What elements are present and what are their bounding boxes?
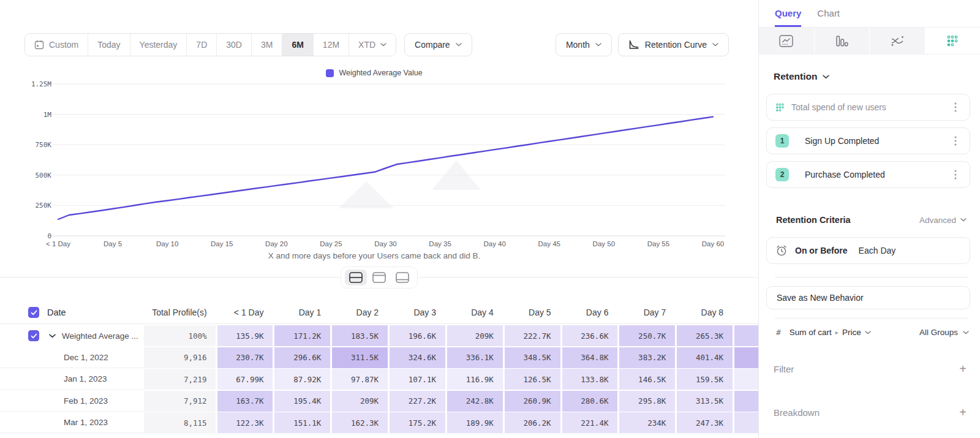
advanced-label: Advanced: [919, 216, 956, 225]
checkbox-checked[interactable]: [28, 307, 39, 318]
svg-text:Day 25: Day 25: [320, 240, 342, 247]
range-7d[interactable]: 7D: [186, 34, 216, 56]
toolbar: CustomTodayYesterday7D30D3M6M12MXTD Comp…: [24, 33, 729, 56]
retention-value-cell: 135.9K: [217, 325, 273, 346]
range-12m[interactable]: 12M: [313, 34, 349, 56]
range-today[interactable]: Today: [88, 34, 129, 56]
retention-value-cell: 401.4K: [677, 347, 733, 368]
range-3m[interactable]: 3M: [251, 34, 282, 56]
divider: [775, 277, 968, 278]
event-card-purchase[interactable]: 2 Purchase Completed: [766, 161, 970, 188]
retention-value-cell: 189.9K: [447, 412, 503, 433]
retention-value-cell: 221.4K: [562, 412, 618, 433]
svg-text:Day 55: Day 55: [647, 240, 669, 247]
retention-value-cell: 183.5K: [332, 325, 388, 346]
chart-only-view-button[interactable]: [368, 270, 390, 285]
retention-value-cell: 209K: [332, 391, 388, 412]
kebab-menu-icon: [954, 170, 957, 179]
add-filter-button[interactable]: +: [959, 363, 967, 375]
svg-text:Day 20: Day 20: [265, 240, 287, 247]
retention-value-cell: 146.5K: [619, 369, 675, 390]
sidebar-tabs: Query Chart: [759, 0, 980, 28]
range-xtd[interactable]: XTD: [349, 34, 396, 56]
retention-value-cell: 348.5K: [505, 347, 560, 368]
overflow-cell: [734, 347, 758, 368]
day-column-header: Day 4: [447, 301, 503, 323]
retention-value-cell: 313.5K: [677, 391, 733, 412]
event-menu-button[interactable]: [949, 134, 962, 148]
behavior-card[interactable]: Total spend of new users: [766, 94, 970, 121]
checkbox-checked[interactable]: [28, 330, 39, 341]
retention-value-cell: 97.87K: [332, 369, 388, 390]
expand-row-chevron[interactable]: [49, 334, 56, 338]
split-view-button[interactable]: [345, 270, 367, 285]
chevron-down-icon: [865, 331, 871, 334]
kebab-menu-icon: [954, 136, 957, 146]
chart-legend[interactable]: Weighted Average Value: [22, 69, 726, 77]
compare-button[interactable]: Compare: [404, 33, 472, 56]
day-column-header: < 1 Day: [217, 301, 273, 323]
retention-value-cell: 260.9K: [505, 391, 560, 412]
retention-curve-icon: [628, 40, 639, 50]
save-as-new-behavior-button[interactable]: Save as New Behavior: [766, 286, 970, 309]
retention-value-cell: 230.7K: [217, 347, 273, 368]
event-menu-button[interactable]: [949, 168, 962, 181]
filter-section: Filter +: [774, 363, 967, 375]
chevron-down-icon: [380, 43, 386, 47]
retention-value-cell: 311.5K: [332, 347, 388, 368]
day-column-header: Day 2: [332, 301, 388, 323]
criteria-condition: On or Before: [795, 246, 848, 255]
chart-type-button[interactable]: Retention Curve: [618, 33, 729, 56]
event-label: Sign Up Completed: [805, 136, 879, 146]
event-card-signup[interactable]: 1 Sign Up Completed: [766, 127, 970, 154]
range-6m[interactable]: 6M: [282, 34, 312, 56]
chevron-down-icon: [712, 43, 718, 47]
measure-subproperty: Price: [842, 328, 861, 337]
granularity-button[interactable]: Month: [556, 33, 612, 56]
add-breakdown-button[interactable]: +: [959, 406, 967, 418]
retention-line-chart[interactable]: 0250K500K750K1M1.25M< 1 DayDay 5Day 10Da…: [22, 78, 731, 251]
retention-value-cell: 280.6K: [562, 391, 618, 412]
measure-property-dropdown[interactable]: Sum of cart ▸ Price: [790, 328, 871, 337]
retention-section-header[interactable]: Retention: [774, 71, 970, 82]
retention-value-cell: 227.2K: [390, 391, 445, 412]
legend-label: Weighted Average Value: [339, 69, 422, 77]
group-label: All Groups: [919, 328, 958, 337]
day-column-header: Day 6: [562, 301, 618, 323]
bar-chart-type-button[interactable]: [815, 28, 870, 54]
retention-value-cell: 163.7K: [217, 391, 273, 412]
tab-chart[interactable]: Chart: [817, 8, 840, 27]
flow-chart-type-button[interactable]: [870, 28, 925, 54]
bar-chart-icon: [835, 35, 848, 47]
table-row: Feb 1, 20237,912163.7K195.4K209K227.2K24…: [0, 391, 758, 412]
row-label-cell: Dec 1, 2022: [0, 347, 144, 368]
alarm-clock-icon: [775, 244, 788, 257]
tab-query[interactable]: Query: [775, 8, 801, 27]
measure-row: # Sum of cart ▸ Price All Groups: [776, 328, 969, 337]
day-column-header: Day 3: [390, 301, 445, 323]
range-30d[interactable]: 30D: [216, 34, 251, 56]
day-column-header: Day 5: [505, 301, 560, 323]
svg-text:Day 45: Day 45: [538, 240, 560, 247]
range-yesterday[interactable]: Yesterday: [130, 34, 187, 56]
retention-value-cell: 209K: [447, 325, 503, 346]
group-dropdown[interactable]: All Groups: [919, 328, 969, 337]
range-custom[interactable]: Custom: [25, 34, 88, 56]
table-only-view-button[interactable]: [391, 270, 413, 285]
retention-value-cell: 175.2K: [390, 412, 445, 433]
advanced-dropdown[interactable]: Advanced: [919, 216, 967, 225]
x-axis-caption: X and more days before your Users came b…: [22, 251, 726, 260]
retention-chart-type-button[interactable]: [925, 28, 980, 54]
day-column-header: Day 7: [619, 301, 675, 323]
retention-criteria-card[interactable]: On or Before Each Day: [766, 237, 970, 264]
criteria-title: Retention Criteria: [776, 215, 851, 225]
event-index-badge: 1: [775, 134, 789, 148]
chevron-down-icon: [456, 43, 462, 47]
filter-label: Filter: [774, 364, 794, 374]
retention-value-cell: 171.2K: [274, 325, 330, 346]
behavior-menu-button[interactable]: [949, 100, 962, 114]
line-chart-type-button[interactable]: [759, 28, 815, 54]
table-row: Weighted Average ...100%135.9K171.2K183.…: [0, 325, 758, 346]
section-label: Retention: [774, 71, 817, 82]
svg-text:1M: 1M: [43, 111, 52, 119]
